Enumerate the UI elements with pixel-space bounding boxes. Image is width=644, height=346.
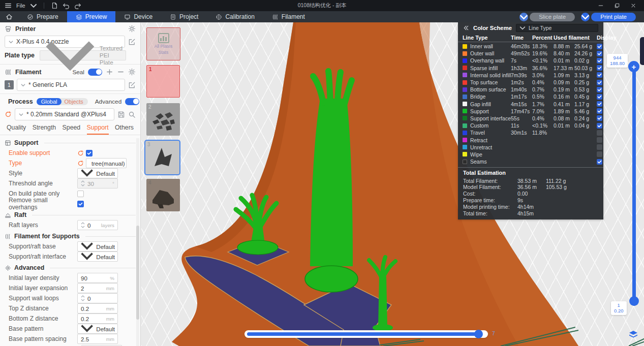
edit-filament-icon[interactable] [128, 81, 136, 89]
spinner-arrows-icon[interactable] [81, 222, 85, 229]
display-checkbox[interactable] [597, 144, 602, 150]
display-checkbox[interactable] [597, 101, 602, 107]
scope-switch[interactable]: Global Objects [37, 98, 88, 105]
reset-icon[interactable] [77, 160, 84, 167]
display-checkbox[interactable] [597, 115, 602, 121]
select[interactable]: Default [77, 251, 118, 262]
tab-project[interactable]: Project [161, 11, 207, 22]
maximize-icon[interactable] [614, 3, 620, 9]
plate-3-thumbnail-selected[interactable]: 3 [144, 140, 180, 175]
layer-bottom-tooltip: 10.20 [611, 301, 627, 315]
process-tab-quality[interactable]: Quality [7, 124, 26, 135]
plate-type-select[interactable]: Textured PEI Plate [40, 50, 126, 60]
save-preset-icon[interactable] [117, 111, 125, 118]
layer-slider-bottom-handle[interactable] [629, 296, 639, 306]
setting-label: Type [9, 160, 77, 167]
remove-filament-icon[interactable] [117, 68, 125, 76]
color-chip [463, 87, 470, 92]
spinner-arrows-icon[interactable] [81, 180, 85, 187]
select[interactable]: Default [77, 324, 118, 334]
spinner-input[interactable]: 0layers [77, 220, 118, 230]
color-scheme-select[interactable]: Line Type [516, 24, 598, 32]
edit-printer-icon[interactable] [128, 38, 136, 46]
slice-plate-button[interactable]: Slice plate [519, 13, 575, 21]
display-checkbox[interactable] [597, 65, 602, 71]
tab-prepare[interactable]: Prepare [18, 11, 67, 22]
file-menu[interactable]: File [16, 3, 25, 9]
process-preset-select[interactable]: * 0.20mm Standard @XPlus4 [15, 108, 114, 120]
process-tab-others[interactable]: Others [115, 124, 134, 135]
reset-icon[interactable] [77, 150, 84, 156]
process-tab-strength[interactable]: Strength [33, 124, 56, 135]
move-slider-handle[interactable] [474, 330, 483, 338]
printer-settings-gear-icon[interactable] [128, 25, 136, 33]
display-checkbox[interactable] [597, 72, 602, 78]
seal-toggle[interactable] [88, 69, 102, 76]
plate-2-thumbnail[interactable]: 2 [146, 103, 180, 136]
close-icon[interactable] [630, 3, 636, 9]
display-checkbox[interactable] [597, 51, 602, 56]
display-checkbox[interactable] [597, 108, 602, 114]
all-plates-thumbnail[interactable]: All Plates Stats [146, 27, 180, 60]
select[interactable]: Default [77, 241, 118, 251]
undo-icon[interactable] [63, 2, 70, 9]
tab-calibration[interactable]: Calibration [207, 11, 263, 22]
chevron-down-icon[interactable] [30, 2, 37, 9]
spinner-input[interactable]: 30° [77, 178, 118, 188]
process-tab-speed[interactable]: Speed [63, 124, 81, 135]
3d-viewport[interactable]: All Plates Stats 1 2 3 4 [141, 22, 644, 346]
display-checkbox[interactable] [597, 137, 602, 143]
layers-icon[interactable] [629, 330, 638, 339]
tab-preview[interactable]: Preview [67, 11, 116, 22]
sidebar-scrollbar-thumb[interactable] [136, 226, 139, 320]
display-checkbox[interactable] [597, 80, 602, 85]
layer-slider-top-handle[interactable]: + [628, 61, 639, 72]
display-checkbox[interactable] [597, 94, 602, 100]
plate-4-thumbnail[interactable]: 4 [146, 179, 180, 211]
advanced-toggle[interactable] [125, 98, 139, 105]
number-input[interactable]: 2mm [77, 283, 118, 293]
reset-process-icon[interactable] [5, 111, 12, 118]
total-row: Model printing time:4h14m [458, 203, 603, 210]
minimize-icon[interactable] [598, 3, 604, 9]
print-plate-button[interactable]: Print plate [581, 13, 636, 21]
checkbox[interactable] [77, 201, 84, 207]
tab-device[interactable]: Device [115, 11, 161, 22]
menu-icon[interactable] [5, 2, 12, 9]
display-checkbox[interactable] [597, 44, 602, 49]
display-checkbox[interactable] [597, 130, 602, 136]
home-button[interactable] [0, 11, 18, 22]
number-input[interactable]: 0.2mm [77, 313, 118, 324]
filament-settings-gear-icon[interactable] [128, 68, 136, 76]
checkbox[interactable] [77, 191, 84, 197]
move-slider-value: 7 [492, 330, 495, 336]
select[interactable]: Default [77, 168, 118, 178]
number-input[interactable]: 0.2mm [77, 303, 118, 313]
filament-preset-select[interactable]: * Generic PLA [17, 79, 125, 91]
display-checkbox[interactable] [597, 87, 602, 92]
redo-icon[interactable] [74, 2, 81, 9]
select[interactable]: tree(manual) [86, 158, 127, 168]
print-dropdown-icon[interactable] [581, 13, 590, 21]
number-input[interactable]: 90% [77, 273, 118, 283]
collapse-icon[interactable] [463, 25, 469, 31]
display-checkbox[interactable] [597, 123, 602, 129]
search-settings-icon[interactable] [128, 111, 136, 118]
spinner-input[interactable]: 0 [77, 293, 118, 303]
plate-1-thumbnail[interactable]: 1 [146, 65, 180, 98]
move-slider-track[interactable] [244, 330, 488, 338]
spinner-arrows-icon[interactable] [81, 295, 85, 302]
number-input[interactable]: 2.5mm [77, 334, 118, 344]
layer-slider-track[interactable] [632, 67, 636, 306]
tab-filament[interactable]: Filament [263, 11, 314, 22]
slice-dropdown-icon[interactable] [519, 13, 528, 21]
process-tab-support[interactable]: Support [87, 124, 109, 135]
settings-sidebar: Printer X-Plus 4 0.4 nozzle Plate type T… [0, 22, 141, 346]
save-icon[interactable] [51, 2, 58, 9]
display-checkbox[interactable] [597, 58, 602, 64]
checkbox[interactable] [86, 150, 93, 156]
display-checkbox[interactable] [597, 151, 602, 157]
display-checkbox[interactable] [597, 159, 602, 165]
add-filament-icon[interactable] [106, 68, 113, 76]
process-tabs: QualityStrengthSpeedSupportOthers [0, 122, 140, 135]
